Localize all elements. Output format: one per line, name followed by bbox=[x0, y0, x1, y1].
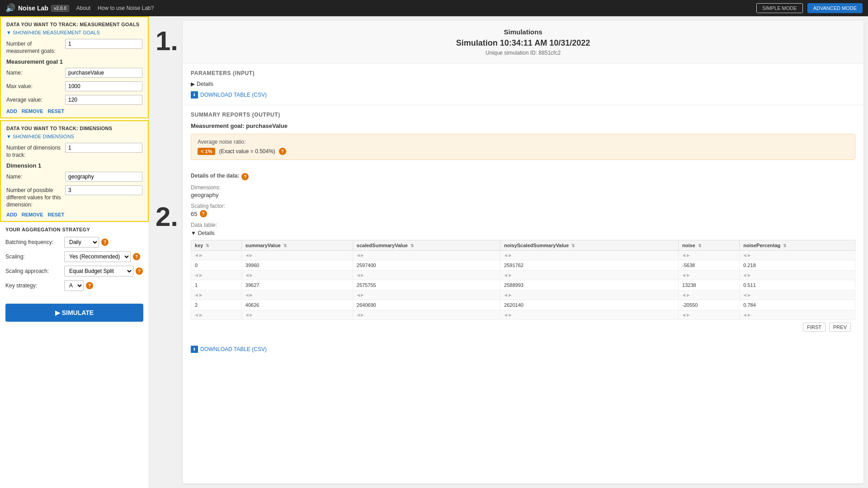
scaling-approach-select[interactable]: Equal Budget Split Contribution Bounding bbox=[64, 266, 133, 277]
data-table-toggle[interactable]: ▼ Details bbox=[191, 230, 855, 236]
key-strategy-control: A B C ? bbox=[64, 280, 93, 291]
table-scroll-row-header: ◀ ▶ ◀ ▶ ◀ ▶ ◀ ▶ ◀ ▶ ◀ ▶ bbox=[191, 251, 855, 260]
first-page-btn[interactable]: FIRST bbox=[803, 323, 826, 332]
dim1-heading: Dimension 1 bbox=[6, 162, 142, 169]
goal-avg-input[interactable] bbox=[65, 95, 142, 105]
about-link[interactable]: About bbox=[76, 5, 90, 11]
how-to-link[interactable]: How to use Noise Lab? bbox=[98, 5, 154, 11]
measurement-goals-section: DATA YOU WANT TO TRACK: MEASUREMENT GOAL… bbox=[0, 16, 149, 118]
num-goals-label: Number of measurement goals: bbox=[6, 39, 65, 55]
show-hide-dims-toggle[interactable]: ▼ SHOW/HIDE DIMENSIONS bbox=[6, 134, 142, 139]
key-strategy-help-icon[interactable]: ? bbox=[86, 282, 93, 289]
col-noisyScaledSummaryValue: noisyScaledSummaryValue ⇅ bbox=[500, 240, 679, 251]
navbar-right: SIMPLE MODE ADVANCED MODE bbox=[756, 3, 863, 13]
table-toggle-label: Details bbox=[198, 230, 215, 236]
goal-name-row: Name: bbox=[6, 68, 142, 78]
prev-page-btn[interactable]: PREV bbox=[829, 323, 851, 332]
version-badge: v2.0.0 bbox=[51, 5, 69, 12]
scroll-cell: ◀ ▶ bbox=[191, 251, 242, 260]
simulation-header: Simulations Simulation 10:34:11 AM 10/31… bbox=[183, 21, 863, 64]
remove-goal-btn[interactable]: REMOVE bbox=[22, 108, 43, 114]
batching-select[interactable]: Daily Weekly Monthly bbox=[64, 237, 99, 248]
add-goal-btn[interactable]: ADD bbox=[6, 108, 17, 114]
table-row: 13962725757552588993132380.511 bbox=[191, 280, 855, 291]
scaling-approach-help-icon[interactable]: ? bbox=[136, 267, 143, 275]
scaling-select[interactable]: Yes (Recommended) No bbox=[64, 251, 131, 262]
main-layout: DATA YOU WANT TO TRACK: MEASUREMENT GOAL… bbox=[0, 16, 868, 488]
goal-max-input[interactable] bbox=[65, 81, 142, 91]
aggregation-section: YOUR AGGREGATION STRATEGY Batching frequ… bbox=[0, 222, 149, 299]
dim-possible-label: Number of possible different values for … bbox=[6, 185, 65, 208]
table-scroll-row: ◀ ▶◀ ▶◀ ▶◀ ▶◀ ▶◀ ▶ bbox=[191, 310, 855, 320]
dimensions-value: geography bbox=[191, 192, 855, 198]
advanced-mode-btn[interactable]: ADVANCED MODE bbox=[807, 3, 863, 13]
details-toggle[interactable]: ▶ Details bbox=[191, 81, 855, 87]
details-of-data-label: Details of the data: bbox=[191, 173, 239, 179]
noise-ratio-box: Average noise ratio: < 1% (Exact value =… bbox=[191, 134, 855, 160]
goal-max-label: Max value: bbox=[6, 81, 65, 90]
show-hide-goals-toggle[interactable]: ▼ SHOW/HIDE MEASUREMENT GOALS bbox=[6, 30, 142, 35]
key-strategy-select[interactable]: A B C bbox=[64, 280, 84, 291]
scaling-factor-value: 65 ? bbox=[191, 210, 855, 217]
dim-possible-input[interactable] bbox=[65, 185, 142, 195]
summary-section: SUMMARY REPORTS (OUTPUT) Measurement goa… bbox=[183, 105, 863, 166]
col-scaledSummaryValue: scaledSummaryValue ⇅ bbox=[353, 240, 500, 251]
col-noisePercentage: noisePercentag ⇅ bbox=[740, 240, 855, 251]
table-header-row: key ⇅ summaryValue ⇅ scaledSummaryValue … bbox=[191, 240, 855, 251]
goal-name-input[interactable] bbox=[65, 68, 142, 78]
batching-row: Batching frequency: Daily Weekly Monthly… bbox=[5, 237, 143, 248]
scroll-cell: ◀ ▶ bbox=[679, 251, 740, 260]
ratio-help-icon[interactable]: ? bbox=[279, 148, 286, 155]
key-strategy-row: Key strategy: A B C ? bbox=[5, 280, 143, 291]
scroll-cell: ◀ ▶ bbox=[740, 251, 855, 260]
download-icon: ⬇ bbox=[191, 91, 198, 99]
simulation-panel: Simulations Simulation 10:34:11 AM 10/31… bbox=[183, 21, 863, 483]
table-toggle-arrow-icon: ▼ bbox=[191, 230, 196, 236]
table-row: 03996025974002591762-56380.218 bbox=[191, 260, 855, 271]
noise-ratio-label: Average noise ratio: bbox=[198, 139, 849, 145]
bottom-download-btn[interactable]: ⬇ DOWNLOAD TABLE (CSV) bbox=[191, 346, 267, 353]
goal-actions: ADD REMOVE RESET bbox=[6, 108, 142, 114]
reset-goal-btn[interactable]: RESET bbox=[48, 108, 65, 114]
batching-control: Daily Weekly Monthly ? bbox=[64, 237, 108, 248]
num-dims-input[interactable] bbox=[65, 143, 142, 153]
remove-dim-btn[interactable]: REMOVE bbox=[22, 212, 43, 217]
simulations-heading: Simulations bbox=[190, 28, 856, 36]
navbar-links: About How to use Noise Lab? bbox=[76, 5, 154, 11]
bottom-download-icon: ⬇ bbox=[191, 346, 198, 353]
batching-label: Batching frequency: bbox=[5, 239, 64, 245]
brand: 🔊 Noise Lab v2.0.0 bbox=[5, 3, 69, 13]
num-dims-label: Number of dimensions to track: bbox=[6, 143, 65, 159]
reset-dim-btn[interactable]: RESET bbox=[48, 212, 65, 217]
add-dim-btn[interactable]: ADD bbox=[6, 212, 17, 217]
num-goals-input[interactable] bbox=[65, 39, 142, 49]
scaling-help-icon[interactable]: ? bbox=[133, 253, 140, 260]
col-key: key ⇅ bbox=[191, 240, 242, 251]
details-help-icon[interactable]: ? bbox=[241, 173, 249, 180]
table-body: 03996025974002591762-56380.218◀ ▶◀ ▶◀ ▶◀… bbox=[191, 260, 855, 320]
brand-icon: 🔊 bbox=[5, 3, 15, 13]
ratio-exact: (Exact value = 0.504%) bbox=[219, 148, 275, 155]
toggle-dims-arrow-icon: ▼ bbox=[6, 134, 11, 139]
summary-title: SUMMARY REPORTS (OUTPUT) bbox=[191, 112, 855, 118]
batching-help-icon[interactable]: ? bbox=[101, 239, 108, 246]
dim-name-label: Name: bbox=[6, 172, 65, 181]
simulate-button[interactable]: ▶ SIMULATE bbox=[5, 304, 143, 322]
goal1-heading: Measurement goal 1 bbox=[6, 58, 142, 65]
bottom-download-label: DOWNLOAD TABLE (CSV) bbox=[200, 346, 267, 352]
download-csv-btn[interactable]: ⬇ DOWNLOAD TABLE (CSV) bbox=[191, 91, 267, 99]
toggle-arrow-icon: ▼ bbox=[6, 30, 11, 35]
section1-title: DATA YOU WANT TO TRACK: MEASUREMENT GOAL… bbox=[6, 22, 142, 27]
data-table-wrapper: key ⇅ summaryValue ⇅ scaledSummaryValue … bbox=[191, 240, 855, 334]
simple-mode-btn[interactable]: SIMPLE MODE bbox=[756, 3, 802, 13]
table-scroll-row: ◀ ▶◀ ▶◀ ▶◀ ▶◀ ▶◀ ▶ bbox=[191, 291, 855, 300]
scaling-approach-label: Scaling approach: bbox=[5, 268, 64, 274]
scaling-factor-number: 65 bbox=[191, 211, 197, 217]
data-details-section: Details of the data: ? Dimensions: geogr… bbox=[183, 166, 863, 341]
scaling-factor-help-icon[interactable]: ? bbox=[200, 210, 207, 217]
num-goals-row: Number of measurement goals: bbox=[6, 39, 142, 55]
scroll-cell: ◀ ▶ bbox=[241, 251, 353, 260]
dim-name-input[interactable] bbox=[65, 172, 142, 182]
dimensions-section: DATA YOU WANT TO TRACK: DIMENSIONS ▼ SHO… bbox=[0, 120, 149, 222]
dimensions-label: Dimensions: bbox=[191, 184, 855, 191]
